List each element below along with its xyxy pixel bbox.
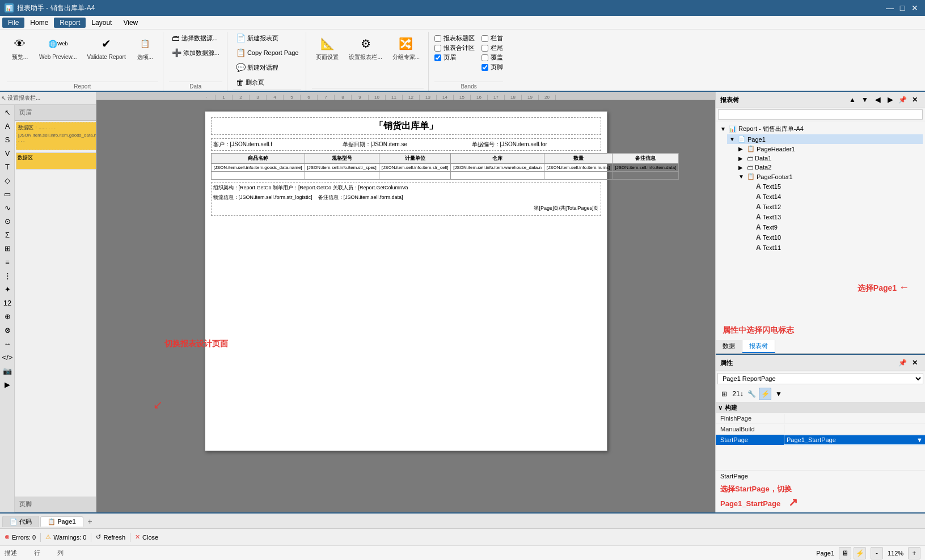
tab-page1[interactable]: 📋 Page1 bbox=[40, 516, 83, 527]
ribbon-btn-group-expert[interactable]: 🔀 分组专家... bbox=[388, 32, 424, 63]
band-footer[interactable]: 页脚 bbox=[15, 497, 96, 512]
ribbon-btn-options[interactable]: 📋 选项... bbox=[132, 32, 158, 63]
tab-data[interactable]: 数据 bbox=[716, 340, 742, 353]
tool-table[interactable]: T bbox=[1, 160, 14, 173]
tree-right-btn[interactable]: ▶ bbox=[884, 94, 896, 105]
menu-file[interactable]: File bbox=[2, 18, 24, 28]
cb-report-title[interactable]: 报表标题区 bbox=[434, 34, 475, 43]
center-canvas[interactable]: · 1 2 3 4 5 6 7 8 9 10 11 12 13 14 15 16… bbox=[96, 92, 715, 512]
band-header[interactable]: 页眉 bbox=[15, 105, 96, 121]
tool-diamond[interactable]: ◇ bbox=[1, 174, 14, 186]
cb-overlay[interactable]: 覆盖 bbox=[481, 53, 503, 62]
tree-down-btn[interactable]: ▼ bbox=[859, 94, 871, 105]
tool-grid[interactable]: ⊞ bbox=[1, 242, 14, 254]
cb-page-footer[interactable]: 页脚 bbox=[481, 63, 503, 71]
ribbon-btn-copy-page[interactable]: 📋 Copy Report Page bbox=[233, 46, 302, 59]
menu-report[interactable]: Report bbox=[54, 18, 86, 28]
tree-area[interactable]: ▼ 📊 Report - 销售出库单-A4 ▼ 📄 Page1 ▶ 📋 Page… bbox=[716, 121, 925, 277]
zoom-out-btn[interactable]: - bbox=[871, 547, 883, 559]
ribbon-btn-page-setup[interactable]: 📐 页面设置 bbox=[312, 32, 343, 63]
tool-visual[interactable]: V bbox=[1, 147, 14, 159]
refresh-label[interactable]: Refresh bbox=[103, 534, 125, 541]
tool-exchange[interactable]: ↔ bbox=[1, 337, 14, 350]
tool-circle[interactable]: ⊙ bbox=[1, 215, 14, 227]
tool-cross[interactable]: ⊗ bbox=[1, 324, 14, 336]
tree-close-btn[interactable]: ✕ bbox=[909, 94, 920, 105]
tool-number[interactable]: 12 bbox=[1, 296, 14, 309]
tree-left-btn[interactable]: ◀ bbox=[872, 94, 883, 105]
tool-plus-circle[interactable]: ⊕ bbox=[1, 310, 14, 323]
tool-image[interactable]: 📷 bbox=[1, 364, 14, 377]
tree-item-data1[interactable]: ▶ 🗃 Data1 bbox=[736, 154, 923, 163]
ribbon-btn-select-datasource[interactable]: 🗃 选择数据源... bbox=[169, 32, 221, 44]
ribbon-btn-new-page[interactable]: 📄 新建报表页 bbox=[233, 32, 281, 44]
tool-svg[interactable]: S bbox=[1, 133, 14, 146]
tool-line[interactable]: ∿ bbox=[1, 201, 14, 214]
tree-item-text15[interactable]: A Text15 bbox=[745, 181, 923, 192]
tree-item-text11[interactable]: A Text11 bbox=[745, 243, 923, 253]
tree-up-btn[interactable]: ▲ bbox=[847, 94, 858, 105]
menu-view[interactable]: View bbox=[117, 18, 143, 28]
props-tb-lightning[interactable]: ⚡ bbox=[759, 388, 771, 400]
props-tb-settings[interactable]: 🔧 bbox=[745, 388, 758, 400]
tree-item-text10[interactable]: A Text10 bbox=[745, 232, 923, 243]
tree-item-text14[interactable]: A Text14 bbox=[745, 192, 923, 202]
ribbon-btn-delete-page[interactable]: 🗑 删余页 bbox=[233, 76, 267, 88]
cb-report-total[interactable]: 报表合计区 bbox=[434, 44, 475, 52]
tool-play[interactable]: ▶ bbox=[1, 378, 14, 391]
props-tb-filter[interactable]: ▼ bbox=[772, 388, 785, 400]
maximize-button[interactable]: □ bbox=[897, 2, 908, 14]
ribbon-btn-preview[interactable]: 👁 预览... bbox=[7, 32, 33, 63]
zoom-in-btn[interactable]: + bbox=[908, 547, 920, 559]
tree-item-text12[interactable]: A Text12 bbox=[745, 202, 923, 212]
status-refresh[interactable]: ↺ Refresh bbox=[96, 533, 125, 541]
ribbon-btn-band-settings[interactable]: ⚙ 设置报表栏... bbox=[345, 32, 386, 63]
props-tb-grid[interactable]: ⊞ bbox=[718, 388, 730, 400]
title-controls[interactable]: — □ ✕ bbox=[884, 2, 920, 14]
props-section-build[interactable]: ∨ 构建 bbox=[716, 402, 925, 413]
cb-col-header[interactable]: 栏首 bbox=[481, 34, 503, 43]
tab-tree[interactable]: 报表树 bbox=[742, 340, 775, 353]
tree-item-page1[interactable]: ▼ 📄 Page1 bbox=[727, 134, 923, 144]
tool-list[interactable]: ≡ bbox=[1, 256, 14, 268]
props-close-btn[interactable]: ✕ bbox=[909, 357, 920, 368]
menu-layout[interactable]: Layout bbox=[86, 18, 117, 28]
left-settings-label[interactable]: ↖ 设置报表栏... bbox=[1, 94, 40, 102]
ribbon-btn-web-preview[interactable]: 🌐Web Web Preview... bbox=[35, 32, 81, 63]
tab-add-btn[interactable]: + bbox=[85, 516, 96, 527]
props-pin-btn[interactable]: 📌 bbox=[897, 357, 908, 368]
ribbon-btn-new-dialog[interactable]: 💬 新建对话程 bbox=[233, 61, 281, 74]
minimize-button[interactable]: — bbox=[884, 2, 896, 14]
tree-search-input[interactable] bbox=[718, 109, 923, 120]
tool-sum[interactable]: Σ bbox=[1, 228, 14, 241]
props-value-manualbuild[interactable] bbox=[784, 425, 925, 434]
close-button[interactable]: ✕ bbox=[909, 2, 920, 14]
tree-item-data2[interactable]: ▶ 🗃 Data2 bbox=[736, 163, 923, 172]
tool-star[interactable]: ✦ bbox=[1, 283, 14, 295]
tree-item-pageheader1[interactable]: ▶ 📋 PageHeader1 bbox=[736, 144, 923, 154]
tool-dots[interactable]: ⋮ bbox=[1, 269, 14, 282]
close-label[interactable]: Close bbox=[142, 534, 158, 541]
tool-rect[interactable]: ▭ bbox=[1, 188, 14, 200]
status-close[interactable]: ✕ Close bbox=[135, 533, 158, 541]
lightning-icon-btn[interactable]: ⚡ bbox=[854, 547, 866, 559]
cb-col-footer[interactable]: 栏尾 bbox=[481, 44, 503, 52]
tool-select[interactable]: ↖ bbox=[1, 106, 14, 118]
screen-icon-btn[interactable]: 🖥 bbox=[839, 547, 851, 559]
tree-item-text13[interactable]: A Text13 bbox=[745, 212, 923, 222]
startpage-dropdown-icon[interactable]: ▼ bbox=[916, 436, 923, 443]
menu-home[interactable]: Home bbox=[24, 18, 54, 28]
cb-page-header[interactable]: 页眉 bbox=[434, 53, 475, 62]
ribbon-btn-add-datasource[interactable]: ➕ 添加数据源... bbox=[169, 46, 222, 59]
tree-item-root[interactable]: ▼ 📊 Report - 销售出库单-A4 bbox=[718, 124, 923, 134]
tree-item-text9[interactable]: A Text9 bbox=[745, 222, 923, 232]
tab-code[interactable]: 📄 代码 bbox=[2, 516, 39, 527]
ribbon-btn-validate[interactable]: ✔ Validate Report bbox=[83, 32, 130, 63]
tool-code[interactable]: </> bbox=[1, 351, 14, 363]
tree-pin-btn[interactable]: 📌 bbox=[897, 94, 908, 105]
props-value-startpage[interactable]: Page1_StartPage ▼ bbox=[784, 435, 925, 444]
props-tb-sort[interactable]: 21↓ bbox=[732, 388, 744, 400]
tool-text[interactable]: A bbox=[1, 120, 14, 132]
tree-item-pagefooter1[interactable]: ▼ 📋 PageFooter1 bbox=[736, 172, 923, 181]
props-dropdown[interactable]: Page1 ReportPage bbox=[717, 373, 923, 384]
